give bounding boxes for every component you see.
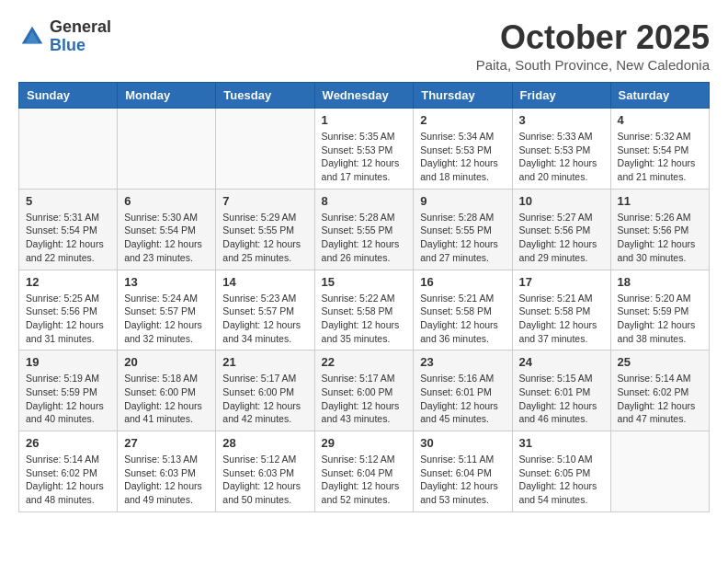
day-info: Sunrise: 5:24 AMSunset: 5:57 PMDaylight:… — [124, 292, 209, 346]
logo-text: General Blue — [50, 18, 111, 55]
logo-general: General — [50, 18, 111, 37]
calendar-cell — [118, 109, 216, 190]
calendar-cell: 5Sunrise: 5:31 AMSunset: 5:54 PMDaylight… — [19, 189, 118, 270]
day-number: 27 — [124, 436, 209, 450]
calendar-cell: 31Sunrise: 5:10 AMSunset: 6:05 PMDayligh… — [512, 431, 610, 512]
calendar-cell — [19, 109, 118, 190]
day-info: Sunrise: 5:21 AMSunset: 5:58 PMDaylight:… — [420, 292, 505, 346]
day-number: 29 — [322, 436, 407, 450]
day-info: Sunrise: 5:10 AMSunset: 6:05 PMDaylight:… — [519, 453, 604, 507]
calendar-cell: 30Sunrise: 5:11 AMSunset: 6:04 PMDayligh… — [414, 431, 512, 512]
calendar-cell: 2Sunrise: 5:34 AMSunset: 5:53 PMDaylight… — [414, 109, 512, 190]
logo-blue: Blue — [50, 37, 111, 55]
weekday-header-saturday: Saturday — [610, 83, 709, 109]
day-info: Sunrise: 5:14 AMSunset: 6:02 PMDaylight:… — [26, 453, 110, 507]
day-info: Sunrise: 5:20 AMSunset: 5:59 PMDaylight:… — [618, 292, 702, 346]
calendar-table: SundayMondayTuesdayWednesdayThursdayFrid… — [18, 82, 710, 512]
day-info: Sunrise: 5:21 AMSunset: 5:58 PMDaylight:… — [519, 292, 604, 346]
title-block: October 2025 Paita, South Province, New … — [476, 18, 710, 73]
weekday-header-friday: Friday — [512, 83, 610, 109]
location-subtitle: Paita, South Province, New Caledonia — [476, 57, 710, 73]
day-info: Sunrise: 5:26 AMSunset: 5:56 PMDaylight:… — [618, 211, 702, 265]
day-info: Sunrise: 5:16 AMSunset: 6:01 PMDaylight:… — [420, 372, 505, 426]
day-info: Sunrise: 5:17 AMSunset: 6:00 PMDaylight:… — [322, 372, 407, 426]
calendar-week-5: 26Sunrise: 5:14 AMSunset: 6:02 PMDayligh… — [19, 431, 710, 512]
calendar-week-4: 19Sunrise: 5:19 AMSunset: 5:59 PMDayligh… — [19, 350, 710, 431]
day-info: Sunrise: 5:19 AMSunset: 5:59 PMDaylight:… — [26, 372, 110, 426]
logo: General Blue — [18, 18, 111, 55]
day-number: 26 — [26, 436, 110, 450]
calendar-cell — [610, 431, 709, 512]
day-number: 17 — [519, 275, 604, 289]
logo-icon — [18, 23, 46, 51]
calendar-week-3: 12Sunrise: 5:25 AMSunset: 5:56 PMDayligh… — [19, 270, 710, 350]
weekday-header-tuesday: Tuesday — [216, 83, 314, 109]
calendar-cell: 7Sunrise: 5:29 AMSunset: 5:55 PMDaylight… — [216, 189, 314, 270]
day-number: 20 — [124, 355, 209, 369]
calendar-cell: 22Sunrise: 5:17 AMSunset: 6:00 PMDayligh… — [314, 350, 414, 431]
day-info: Sunrise: 5:32 AMSunset: 5:54 PMDaylight:… — [618, 130, 702, 184]
day-info: Sunrise: 5:12 AMSunset: 6:03 PMDaylight:… — [222, 453, 307, 507]
calendar-cell: 23Sunrise: 5:16 AMSunset: 6:01 PMDayligh… — [414, 350, 512, 431]
day-info: Sunrise: 5:15 AMSunset: 6:01 PMDaylight:… — [519, 372, 604, 426]
calendar-cell: 4Sunrise: 5:32 AMSunset: 5:54 PMDaylight… — [610, 109, 709, 190]
page-header: General Blue October 2025 Paita, South P… — [18, 18, 710, 73]
day-number: 16 — [420, 275, 505, 289]
calendar-cell: 24Sunrise: 5:15 AMSunset: 6:01 PMDayligh… — [512, 350, 610, 431]
day-info: Sunrise: 5:28 AMSunset: 5:55 PMDaylight:… — [322, 211, 407, 265]
calendar-cell: 19Sunrise: 5:19 AMSunset: 5:59 PMDayligh… — [19, 350, 118, 431]
calendar-cell: 16Sunrise: 5:21 AMSunset: 5:58 PMDayligh… — [414, 270, 512, 350]
calendar-cell: 18Sunrise: 5:20 AMSunset: 5:59 PMDayligh… — [610, 270, 709, 350]
day-info: Sunrise: 5:33 AMSunset: 5:53 PMDaylight:… — [519, 130, 604, 184]
calendar-cell: 21Sunrise: 5:17 AMSunset: 6:00 PMDayligh… — [216, 350, 314, 431]
day-number: 13 — [124, 275, 209, 289]
day-number: 30 — [420, 436, 505, 450]
calendar-cell: 29Sunrise: 5:12 AMSunset: 6:04 PMDayligh… — [314, 431, 414, 512]
calendar-cell: 1Sunrise: 5:35 AMSunset: 5:53 PMDaylight… — [314, 109, 414, 190]
calendar-cell: 8Sunrise: 5:28 AMSunset: 5:55 PMDaylight… — [314, 189, 414, 270]
day-number: 4 — [618, 113, 702, 127]
weekday-header-sunday: Sunday — [19, 83, 118, 109]
calendar-cell: 25Sunrise: 5:14 AMSunset: 6:02 PMDayligh… — [610, 350, 709, 431]
day-info: Sunrise: 5:12 AMSunset: 6:04 PMDaylight:… — [322, 453, 407, 507]
weekday-header-monday: Monday — [118, 83, 216, 109]
day-number: 5 — [26, 194, 110, 208]
day-info: Sunrise: 5:11 AMSunset: 6:04 PMDaylight:… — [420, 453, 505, 507]
calendar-cell: 27Sunrise: 5:13 AMSunset: 6:03 PMDayligh… — [118, 431, 216, 512]
day-number: 1 — [322, 113, 407, 127]
calendar-cell: 28Sunrise: 5:12 AMSunset: 6:03 PMDayligh… — [216, 431, 314, 512]
calendar-cell: 14Sunrise: 5:23 AMSunset: 5:57 PMDayligh… — [216, 270, 314, 350]
calendar-cell: 20Sunrise: 5:18 AMSunset: 6:00 PMDayligh… — [118, 350, 216, 431]
day-info: Sunrise: 5:30 AMSunset: 5:54 PMDaylight:… — [124, 211, 209, 265]
day-number: 2 — [420, 113, 505, 127]
day-number: 24 — [519, 355, 604, 369]
calendar-cell — [216, 109, 314, 190]
day-info: Sunrise: 5:34 AMSunset: 5:53 PMDaylight:… — [420, 130, 505, 184]
day-number: 31 — [519, 436, 604, 450]
day-number: 25 — [618, 355, 702, 369]
day-info: Sunrise: 5:31 AMSunset: 5:54 PMDaylight:… — [26, 211, 110, 265]
day-number: 3 — [519, 113, 604, 127]
day-number: 6 — [124, 194, 209, 208]
day-info: Sunrise: 5:14 AMSunset: 6:02 PMDaylight:… — [618, 372, 702, 426]
day-number: 18 — [618, 275, 702, 289]
calendar-cell: 17Sunrise: 5:21 AMSunset: 5:58 PMDayligh… — [512, 270, 610, 350]
calendar-week-1: 1Sunrise: 5:35 AMSunset: 5:53 PMDaylight… — [19, 109, 710, 190]
day-number: 9 — [420, 194, 505, 208]
day-info: Sunrise: 5:25 AMSunset: 5:56 PMDaylight:… — [26, 292, 110, 346]
day-info: Sunrise: 5:28 AMSunset: 5:55 PMDaylight:… — [420, 211, 505, 265]
day-info: Sunrise: 5:18 AMSunset: 6:00 PMDaylight:… — [124, 372, 209, 426]
day-number: 22 — [322, 355, 407, 369]
calendar-week-2: 5Sunrise: 5:31 AMSunset: 5:54 PMDaylight… — [19, 189, 710, 270]
day-number: 15 — [322, 275, 407, 289]
day-info: Sunrise: 5:35 AMSunset: 5:53 PMDaylight:… — [322, 130, 407, 184]
weekday-header-wednesday: Wednesday — [314, 83, 414, 109]
calendar-cell: 13Sunrise: 5:24 AMSunset: 5:57 PMDayligh… — [118, 270, 216, 350]
weekday-header-thursday: Thursday — [414, 83, 512, 109]
calendar-cell: 11Sunrise: 5:26 AMSunset: 5:56 PMDayligh… — [610, 189, 709, 270]
day-number: 19 — [26, 355, 110, 369]
calendar-cell: 3Sunrise: 5:33 AMSunset: 5:53 PMDaylight… — [512, 109, 610, 190]
day-number: 23 — [420, 355, 505, 369]
day-number: 8 — [322, 194, 407, 208]
day-info: Sunrise: 5:27 AMSunset: 5:56 PMDaylight:… — [519, 211, 604, 265]
